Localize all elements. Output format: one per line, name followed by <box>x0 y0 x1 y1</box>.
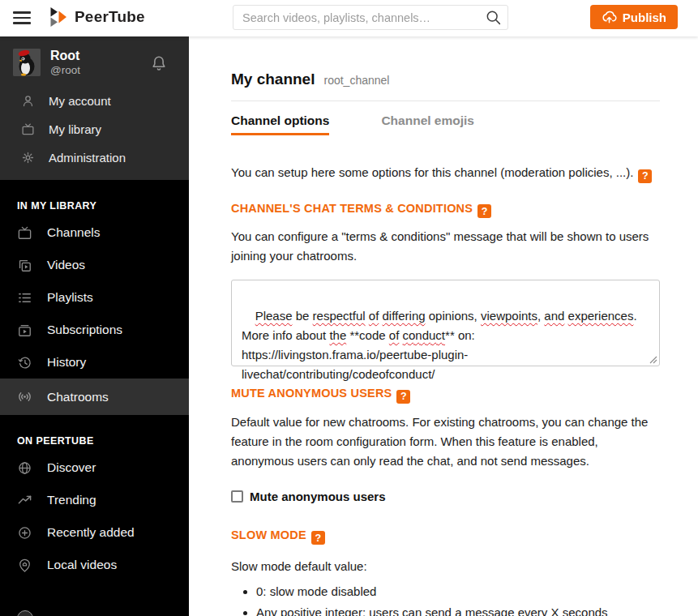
page-header: My channel root_channel <box>231 71 660 88</box>
notifications-bell-icon[interactable] <box>150 54 168 74</box>
avatar <box>13 49 41 76</box>
user-handle: @root <box>50 63 80 77</box>
sidebar-item-label: History <box>47 355 86 370</box>
sidebar-item-history[interactable]: History <box>0 346 189 379</box>
sidebar-item-videos[interactable]: Videos <box>0 249 189 281</box>
playlist-icon <box>17 290 32 306</box>
section-title-on-peertube: ON PEERTUBE <box>17 435 189 447</box>
peertube-logo[interactable]: PeerTube <box>50 7 145 27</box>
publish-button[interactable]: Publish <box>590 5 678 29</box>
sidebar-item-partial-icon[interactable] <box>17 610 33 616</box>
title-divider <box>231 101 660 101</box>
upload-cloud-icon <box>602 11 617 24</box>
slow-mode-bullet: Any positive integer: users can send a m… <box>256 603 660 616</box>
sidebar-item-label: My account <box>49 94 111 108</box>
mute-checkbox-label[interactable]: Mute anonymous users <box>250 490 386 503</box>
intro-paragraph: You can setup here some options for this… <box>231 163 660 183</box>
tv-icon <box>21 122 35 136</box>
sidebar-item-recently-added[interactable]: Recently added <box>0 516 189 549</box>
sidebar-item-label: Discover <box>47 460 96 475</box>
brand-title: PeerTube <box>75 8 145 26</box>
mute-checkbox[interactable] <box>231 490 243 503</box>
slow-mode-bullet: 0: slow mode disabled <box>256 582 660 601</box>
help-icon[interactable]: ? <box>396 390 410 404</box>
sidebar-item-label: Local videos <box>47 558 117 572</box>
publish-label: Publish <box>623 11 666 24</box>
mute-checkbox-row[interactable]: Mute anonymous users <box>231 490 660 503</box>
terms-textarea[interactable]: Please be respectful of differing opinio… <box>231 280 660 366</box>
sidebar-item-my-library[interactable]: My library <box>0 115 189 143</box>
sidebar-item-label: Subscriptions <box>47 323 122 337</box>
user-menu-block: Root @root My account <box>0 36 189 180</box>
subscriptions-icon <box>17 323 32 338</box>
top-bar: PeerTube Publish <box>0 0 698 36</box>
chatrooms-broadcast-icon <box>17 389 32 404</box>
home-pin-icon <box>17 558 32 573</box>
sidebar-item-channels[interactable]: Channels <box>0 216 189 249</box>
person-icon <box>21 94 35 108</box>
sidebar-item-label: Videos <box>47 258 85 272</box>
search-area <box>233 5 508 30</box>
sidebar-item-label: Chatrooms <box>47 390 109 404</box>
page-title: My channel <box>231 71 315 88</box>
tab-channel-emojis[interactable]: Channel emojis <box>381 113 474 135</box>
sidebar-item-chatrooms[interactable]: Chatrooms <box>0 379 189 415</box>
mute-heading: MUTE ANONYMOUS USERS <box>231 387 392 400</box>
sidebar-item-discover[interactable]: Discover <box>0 451 189 484</box>
sidebar-item-trending[interactable]: Trending <box>0 484 189 516</box>
slow-mode-heading: SLOW MODE <box>231 528 306 541</box>
main-content: My channel root_channel Channel options … <box>189 36 698 616</box>
videos-icon <box>17 258 32 273</box>
intro-text: You can setup here some options for this… <box>231 165 633 179</box>
terms-heading-row: CHANNEL'S CHAT TERMS & CONDITIONS? <box>231 202 660 219</box>
channel-handle: root_channel <box>323 74 389 87</box>
sidebar-item-administration[interactable]: Administration <box>0 143 189 172</box>
sidebar-item-my-account[interactable]: My account <box>0 87 189 115</box>
mute-heading-row: MUTE ANONYMOUS USERS? <box>231 387 660 404</box>
gear-icon <box>21 151 35 165</box>
menu-toggle-icon[interactable] <box>13 10 31 26</box>
peertube-play-icon <box>50 7 67 27</box>
mute-description: Default value for new chatrooms. For exi… <box>231 413 660 471</box>
sidebar-item-label: My library <box>49 122 101 136</box>
search-input[interactable] <box>233 5 508 30</box>
tabs: Channel options Channel emojis <box>231 113 660 135</box>
trending-icon <box>17 493 32 508</box>
sidebar-item-label: Channels <box>47 225 101 240</box>
sidebar-item-playlists[interactable]: Playlists <box>0 281 189 314</box>
sidebar-item-label: Administration <box>49 151 126 165</box>
tab-channel-options[interactable]: Channel options <box>231 113 329 135</box>
globe-icon <box>17 460 32 476</box>
sidebar-item-label: Playlists <box>47 290 93 305</box>
sidebar: Root @root My account <box>0 36 189 616</box>
terms-heading: CHANNEL'S CHAT TERMS & CONDITIONS <box>231 202 473 215</box>
sidebar-item-local-videos[interactable]: Local videos <box>0 549 189 581</box>
sidebar-item-subscriptions[interactable]: Subscriptions <box>0 314 189 346</box>
sidebar-item-label: Recently added <box>47 525 135 540</box>
user-meta: Root @root <box>50 48 80 77</box>
slow-mode-list: 0: slow mode disabled Any positive integ… <box>231 582 660 616</box>
history-icon <box>17 355 32 370</box>
penguin-avatar-icon <box>13 49 41 76</box>
user-row[interactable]: Root @root <box>0 36 189 87</box>
section-title-in-my-library: IN MY LIBRARY <box>17 200 189 212</box>
slow-mode-intro: Slow mode default value: <box>231 557 660 576</box>
slow-heading-row: SLOW MODE? <box>231 528 660 545</box>
resize-handle-icon[interactable] <box>649 356 657 364</box>
plus-circle-icon <box>17 525 32 541</box>
help-icon[interactable]: ? <box>477 204 491 218</box>
help-icon[interactable]: ? <box>638 169 652 183</box>
terms-description: You can configure a "terms & conditions"… <box>231 227 660 266</box>
channels-icon <box>17 225 32 241</box>
help-icon[interactable]: ? <box>311 531 325 545</box>
sidebar-item-label: Trending <box>47 493 96 507</box>
terms-textarea-content: Please be respectful of differing opinio… <box>242 309 637 381</box>
user-name: Root <box>50 48 80 63</box>
search-icon[interactable] <box>485 9 502 26</box>
